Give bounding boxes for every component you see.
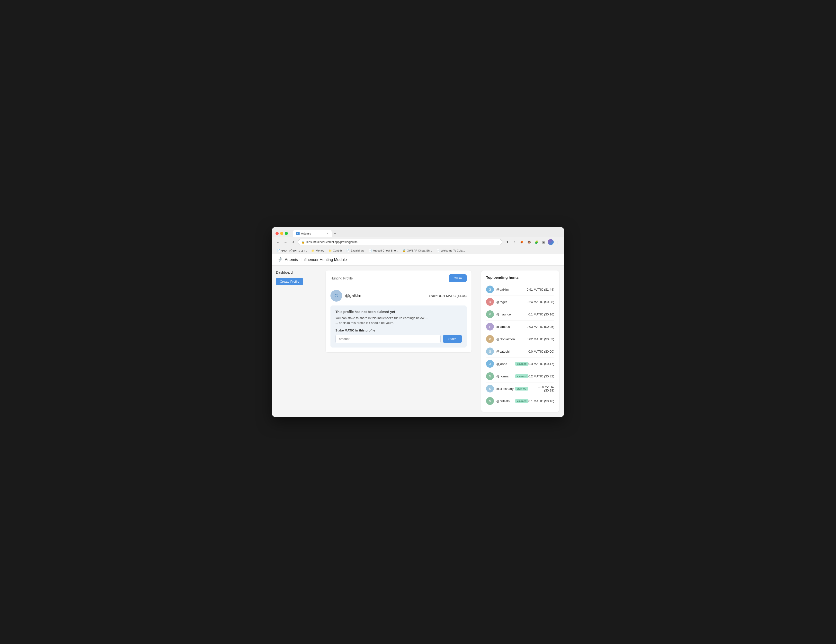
bookmark-item-0[interactable]: 📄 רב קו אונליין | סועי... (275, 248, 309, 253)
hunt-list-item[interactable]: G@galklm0.91 MATIC ($1.44) (486, 284, 554, 296)
bookmark-icon-6: 📄 (436, 249, 440, 252)
bookmark-label-2: Contrib (333, 249, 342, 252)
hunt-list-item[interactable]: S@slimshadyclaimed0.18 MATIC ($0.28) (486, 383, 554, 395)
tab-close-btn[interactable]: × (327, 232, 328, 235)
create-profile-button[interactable]: Create Profile (276, 278, 303, 285)
hunt-list-item[interactable]: M@maurice0.1 MATIC ($0.16) (486, 308, 554, 321)
claimed-badge: claimed (515, 399, 528, 403)
bookmark-item-6[interactable]: 📄 Welcome To Cola... (434, 248, 467, 253)
stake-input-row: Stake (335, 335, 462, 343)
hunt-handle: @maurice (496, 313, 528, 316)
stake-button[interactable]: Stake (443, 335, 462, 343)
address-bar[interactable]: 🔒 lens-influencer.vercel.app/profile/gal… (298, 239, 502, 245)
sidebar: Dashboard Create Profile (272, 266, 321, 417)
share-icon[interactable]: ⬆ (504, 239, 510, 245)
browser-titlebar: A Artemis × + ⋯ (272, 227, 564, 237)
sidebar-dashboard-label: Dashboard (276, 271, 317, 274)
extension-icon[interactable]: 🦊 (519, 239, 525, 245)
app-logo-icon: 🤺 (277, 257, 282, 262)
hunt-amount: 0.3 MATIC ($0.47) (528, 362, 554, 366)
app-body: Dashboard Create Profile Hunting Profile… (272, 266, 564, 417)
new-tab-btn[interactable]: + (331, 230, 338, 237)
extension-icon-2[interactable]: 🐻 (526, 239, 532, 245)
menu-icon[interactable]: ⋮ (555, 239, 561, 245)
profile-avatar: G (330, 290, 342, 302)
hunt-list-item[interactable]: P@plonialmoni0.02 MATIC ($0.03) (486, 333, 554, 345)
stake-section-label: Stake MATIC in this profile (335, 329, 462, 332)
claimed-badge: claimed (515, 386, 528, 391)
bookmark-icon-2: 📁 (328, 249, 332, 252)
claimed-badge: claimed (515, 362, 528, 366)
profile-handle: @galklm (345, 293, 361, 298)
hunt-avatar: S (486, 385, 494, 393)
bookmark-icon-0: 📄 (277, 249, 280, 252)
hunt-handle: @johnd (496, 362, 514, 366)
browser-toolbar: ← → ↺ 🔒 lens-influencer.vercel.app/profi… (272, 237, 564, 247)
nav-buttons: ← → ↺ (275, 239, 296, 245)
hunt-handle: @famous (496, 325, 527, 329)
hunt-handle: @norman (496, 375, 514, 378)
bookmark-item-5[interactable]: 🔒 OWSAP Cheat Sh... (400, 248, 434, 253)
back-button[interactable]: ← (275, 239, 281, 245)
minimize-button[interactable] (280, 232, 283, 235)
profile-left: G @galklm (330, 290, 361, 302)
bookmark-item-3[interactable]: 📄 Excalidraw (345, 248, 366, 253)
hunt-amount: 0.0 MATIC ($0.00) (528, 350, 554, 353)
hunt-list-item[interactable]: N@normanclaimed0.2 MATIC ($0.32) (486, 370, 554, 383)
unclaimed-description: You can stake to share in this influence… (335, 316, 462, 325)
hunt-handle: @nirtests (496, 399, 514, 403)
hunt-list-item[interactable]: N@nirtestsclaimed0.1 MATIC ($0.16) (486, 395, 554, 407)
hunt-amount: 0.02 MATIC ($0.03) (527, 337, 554, 341)
hunt-amount: 0.91 MATIC ($1.44) (527, 288, 554, 291)
unclaimed-notice-box: This profile has not been claimed yet Yo… (330, 305, 467, 347)
bookmark-item-4[interactable]: 📄 kubectl Cheat She... (367, 248, 400, 253)
unclaimed-title: This profile has not been claimed yet (335, 310, 462, 314)
hunt-avatar: F (486, 323, 494, 331)
window-control[interactable]: ⋯ (554, 230, 560, 236)
puzzle-icon[interactable]: 🧩 (533, 239, 540, 245)
browser-window: A Artemis × + ⋯ ← → ↺ 🔒 lens-influencer.… (272, 227, 564, 417)
lock-icon: 🔒 (302, 241, 305, 244)
hunt-list-item[interactable]: F@famous0.03 MATIC ($0.05) (486, 321, 554, 333)
bookmark-label-1: Money (316, 249, 324, 252)
hunt-list: G@galklm0.91 MATIC ($1.44)R@roger0.24 MA… (486, 284, 554, 407)
hunt-list-item[interactable]: R@roger0.24 MATIC ($0.38) (486, 296, 554, 308)
tab-label: Artemis (301, 232, 311, 235)
hunt-amount: 0.03 MATIC ($0.05) (527, 325, 554, 329)
tab-favicon: A (296, 232, 300, 235)
hunting-profile-header: Hunting Profile Claim (326, 271, 472, 286)
user-avatar[interactable] (548, 239, 554, 245)
hunt-avatar: M (486, 310, 494, 318)
hunt-handle: @plonialmoni (496, 337, 527, 341)
toolbar-right: ⬆ ☆ 🦊 🐻 🧩 ▣ ⋮ (504, 239, 561, 245)
hunt-handle: @slimshady (496, 387, 514, 391)
maximize-button[interactable] (285, 232, 288, 235)
hunt-list-item[interactable]: J@johndclaimed0.3 MATIC ($0.47) (486, 358, 554, 370)
hunt-list-item[interactable]: S@satoshin0.0 MATIC ($0.00) (486, 345, 554, 358)
hunt-avatar: N (486, 397, 494, 405)
bookmark-item-2[interactable]: 📁 Contrib (327, 248, 344, 253)
stake-info-text: Stake: 0.91 MATIC ($1.44) (429, 294, 467, 298)
traffic-lights (276, 232, 288, 235)
hunt-amount: 0.18 MATIC ($0.28) (528, 385, 554, 392)
active-tab[interactable]: A Artemis × (293, 230, 331, 237)
hunt-handle: @roger (496, 300, 527, 304)
pending-hunts-title: Top pending hunts (486, 276, 554, 279)
profile-info-row: G @galklm Stake: 0.91 MATIC ($1.44) (326, 286, 472, 305)
reload-button[interactable]: ↺ (290, 239, 296, 245)
bookmark-icon[interactable]: ☆ (511, 239, 518, 245)
reader-icon[interactable]: ▣ (540, 239, 547, 245)
forward-button[interactable]: → (282, 239, 289, 245)
app-title: Artemis - Influencer Hunting Module (285, 258, 347, 262)
bookmark-icon-5: 🔒 (402, 249, 406, 252)
stake-amount-input[interactable] (335, 335, 441, 343)
close-button[interactable] (276, 232, 279, 235)
bookmark-label-6: Welcome To Cola... (441, 249, 465, 252)
claim-button[interactable]: Claim (449, 274, 467, 282)
app-header: 🤺 Artemis - Influencer Hunting Module (272, 254, 564, 266)
hunt-avatar: N (486, 372, 494, 380)
bookmark-icon-4: 📄 (369, 249, 372, 252)
bookmark-item-1[interactable]: 📁 Money (309, 248, 326, 253)
hunt-amount: 0.2 MATIC ($0.32) (528, 375, 554, 378)
hunt-amount: 0.1 MATIC ($0.16) (528, 399, 554, 403)
